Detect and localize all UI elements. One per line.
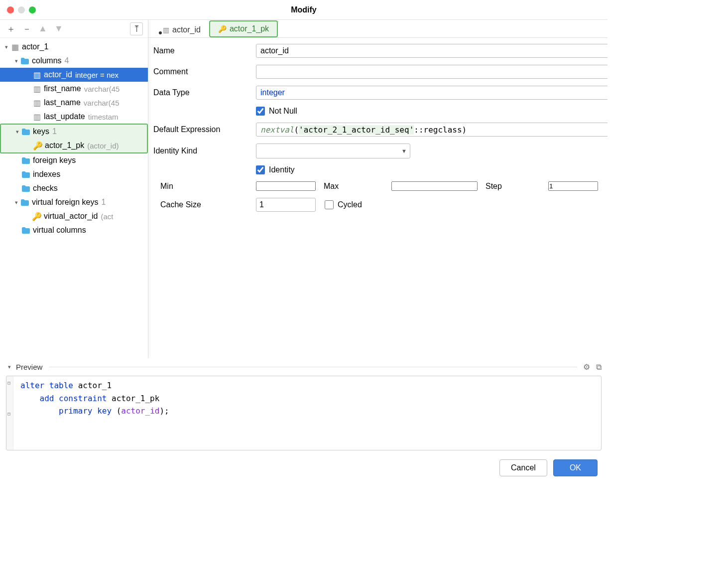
tree-keys-highlighted-group: ▾ keys 1 🔑 actor_1_pk (actor_id): [0, 124, 148, 153]
max-input[interactable]: [391, 181, 478, 191]
ok-button[interactable]: OK: [553, 459, 598, 476]
tree-count: 1: [52, 127, 57, 136]
cancel-button[interactable]: Cancel: [499, 459, 547, 476]
tree-label: columns: [32, 56, 62, 65]
cycled-label: Cycled: [338, 200, 362, 209]
tree-virtual-foreign-keys[interactable]: ▾ virtual foreign keys 1: [0, 195, 148, 209]
tree-count: 4: [65, 56, 69, 65]
move-down-button: ▼: [53, 23, 65, 35]
cache-input[interactable]: [256, 198, 316, 212]
defexpr-fn: nextval: [260, 125, 294, 135]
titlebar: Modify: [0, 0, 607, 20]
min-label: Min: [153, 182, 253, 191]
move-up-button: ▲: [37, 23, 49, 35]
notnull-label: Not Null: [269, 107, 297, 116]
key-icon: 🔑: [218, 25, 227, 33]
window-title: Modify: [0, 5, 607, 14]
tree-type: integer = nex: [75, 71, 119, 79]
tree-label: actor_id: [44, 70, 72, 79]
tree-label: foreign keys: [33, 156, 76, 165]
datatype-input[interactable]: integer ⌄›: [256, 86, 607, 100]
tree-indexes[interactable]: indexes: [0, 167, 148, 181]
collapse-button[interactable]: ⤒: [130, 22, 143, 35]
tree-virtual-columns[interactable]: virtual columns: [0, 223, 148, 237]
tree-label: first_name: [44, 84, 81, 93]
step-input[interactable]: [548, 181, 598, 191]
chevron-down-icon: ▼: [401, 148, 407, 154]
tree-col-last-update[interactable]: ▥ last_update timestam: [0, 110, 148, 124]
preview-section: ▾ Preview ⚙ ⧉ ⊟⊟ alter table actor_1 add…: [0, 358, 607, 452]
tab-key[interactable]: 🔑 actor_1_pk: [209, 20, 278, 37]
sidebar: ＋ － ▲ ▼ ⤒ ▾ ▦ actor_1 ▾ columns 4: [0, 20, 148, 358]
tree-col-first-name[interactable]: ▥ first_name varchar(45: [0, 82, 148, 96]
tree-table-root[interactable]: ▾ ▦ actor_1: [0, 40, 148, 54]
dialog-footer: Cancel OK: [0, 452, 607, 483]
sidebar-toolbar: ＋ － ▲ ▼ ⤒: [0, 20, 148, 38]
column-icon: ▥: [163, 26, 169, 34]
tree-label: virtual columns: [33, 226, 86, 235]
tree-keys[interactable]: ▾ keys 1: [1, 125, 147, 139]
add-button[interactable]: ＋: [5, 23, 17, 35]
tree-cols: (actor_id): [87, 142, 119, 150]
identity-kind-select[interactable]: ▼: [256, 144, 410, 158]
tree-type: varchar(45: [84, 99, 120, 107]
datatype-label: Data Type: [153, 88, 253, 97]
defexpr-str: 'actor_2_1_actor_id_seq': [299, 125, 414, 135]
tree-label: actor_1: [22, 42, 48, 51]
modified-dot-icon: [159, 31, 162, 34]
tree-label: virtual_actor_id: [44, 212, 98, 221]
defexpr-input[interactable]: nextval('actor_2_1_actor_id_seq'::regcla…: [256, 123, 607, 137]
form: Name ⋮ Comment ⤢ Data Type integer ⌄›: [148, 38, 607, 216]
step-label: Step: [485, 182, 540, 191]
identity-checkbox[interactable]: [256, 165, 265, 174]
identity-label: Identity: [269, 165, 295, 174]
gear-icon[interactable]: ⚙: [583, 362, 590, 372]
open-external-icon[interactable]: ⧉: [596, 363, 602, 372]
preview-collapse-icon[interactable]: ▾: [6, 364, 13, 370]
tree-label: checks: [33, 184, 58, 193]
defexpr-label: Default Expression: [153, 125, 253, 134]
name-label: Name: [153, 46, 253, 55]
tree[interactable]: ▾ ▦ actor_1 ▾ columns 4 ▥ actor_id integ…: [0, 38, 148, 358]
cache-label: Cache Size: [153, 200, 253, 209]
preview-label: Preview: [16, 363, 42, 371]
tree-label: actor_1_pk: [45, 141, 84, 150]
tab-column[interactable]: ▥ actor_id: [154, 22, 209, 37]
tree-col-actor-id[interactable]: ▥ actor_id integer = nex: [0, 68, 148, 82]
tree-foreign-keys[interactable]: foreign keys: [0, 153, 148, 167]
tree-col-last-name[interactable]: ▥ last_name varchar(45: [0, 96, 148, 110]
tree-label: last_name: [44, 98, 81, 107]
min-input[interactable]: [256, 181, 316, 191]
tab-label: actor_id: [172, 25, 201, 34]
tree-type: timestam: [88, 113, 119, 121]
tree-label: last_update: [44, 112, 85, 121]
tree-cols: (act: [101, 212, 114, 221]
comment-input[interactable]: ⤢: [256, 65, 607, 79]
name-input[interactable]: [256, 44, 607, 58]
defexpr-rest: ::regclass): [414, 125, 467, 135]
tree-columns[interactable]: ▾ columns 4: [0, 54, 148, 68]
tree-checks[interactable]: checks: [0, 181, 148, 195]
remove-button[interactable]: －: [21, 23, 33, 35]
sql-preview[interactable]: ⊟⊟ alter table actor_1 add constraint ac…: [6, 376, 602, 450]
tree-key-pk[interactable]: 🔑 actor_1_pk (actor_id): [1, 139, 147, 152]
tree-label: keys: [33, 127, 49, 136]
tree-count: 1: [101, 198, 106, 207]
tree-label: indexes: [33, 170, 60, 179]
tree-label: virtual foreign keys: [32, 198, 98, 207]
tabs: ▥ actor_id 🔑 actor_1_pk: [148, 20, 607, 38]
tree-vfk-item[interactable]: 🔑 virtual_actor_id (act: [0, 209, 148, 223]
max-label: Max: [324, 182, 383, 191]
identity-kind-label: Identity Kind: [153, 146, 253, 155]
datatype-value: integer: [260, 88, 285, 97]
tab-label: actor_1_pk: [230, 24, 269, 33]
comment-label: Comment: [153, 67, 253, 76]
cycled-checkbox[interactable]: [325, 200, 334, 209]
notnull-checkbox[interactable]: [256, 107, 265, 116]
tree-type: varchar(45: [84, 85, 120, 93]
